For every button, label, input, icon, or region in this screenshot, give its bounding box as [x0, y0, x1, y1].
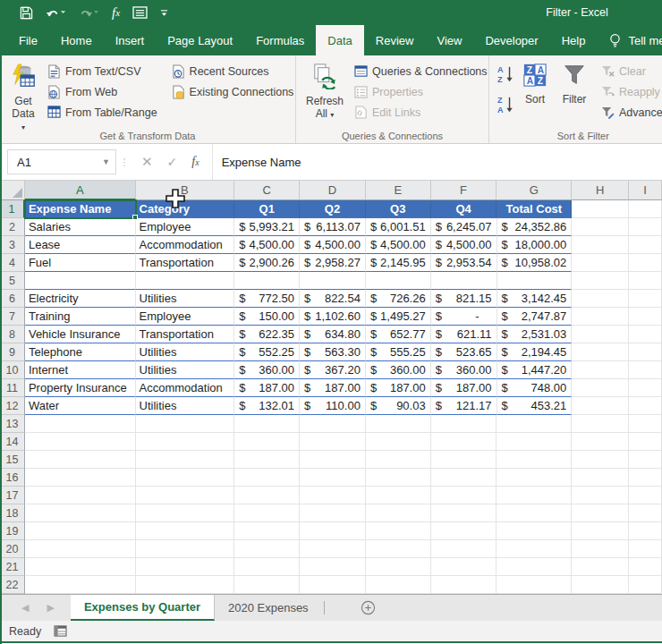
row-header-9[interactable]: 9: [0, 343, 25, 361]
column-header-B[interactable]: B: [136, 181, 235, 200]
cell-B6[interactable]: Utilities: [136, 290, 235, 308]
cell-C19[interactable]: [234, 522, 300, 540]
cell-E19[interactable]: [366, 522, 431, 540]
cell-I14[interactable]: [629, 433, 662, 451]
existing-connections-button[interactable]: Existing Connections: [169, 81, 297, 102]
cell-D12[interactable]: $110.00: [300, 397, 366, 415]
cell-D21[interactable]: [300, 558, 366, 576]
cell-G8[interactable]: $2,531.03: [497, 326, 573, 343]
ribbon-tab-developer[interactable]: Developer: [473, 25, 549, 55]
cell-B8[interactable]: Transportation: [136, 326, 235, 343]
cell-B4[interactable]: Transportation: [136, 254, 235, 272]
cell-I11[interactable]: [629, 379, 662, 397]
cell-D3[interactable]: $4,500.00: [300, 236, 366, 254]
cell-B5[interactable]: [136, 272, 235, 290]
cell-C16[interactable]: [234, 469, 300, 487]
cell-H4[interactable]: [572, 254, 629, 272]
cell-F9[interactable]: $523.65: [431, 343, 497, 361]
cell-H16[interactable]: [572, 469, 629, 487]
cell-E2[interactable]: $6,001.51: [366, 218, 431, 236]
cell-B19[interactable]: [136, 522, 235, 540]
advanced-filter-button[interactable]: Advanced: [598, 102, 662, 123]
cell-E3[interactable]: $4,500.00: [366, 236, 431, 254]
cell-B10[interactable]: Utilities: [136, 361, 235, 379]
cell-I22[interactable]: [629, 576, 662, 594]
row-header-2[interactable]: 2: [0, 218, 25, 236]
row-header-22[interactable]: 22: [0, 576, 25, 594]
cell-H22[interactable]: [572, 576, 629, 594]
cell-G9[interactable]: $2,194.45: [497, 343, 573, 361]
sort-descending-button[interactable]: ZA: [495, 93, 516, 116]
cell-F11[interactable]: $187.00: [431, 379, 497, 397]
cell-B17[interactable]: [136, 487, 235, 504]
cell-G15[interactable]: [496, 451, 572, 469]
row-header-5[interactable]: 5: [0, 272, 25, 290]
cell-H11[interactable]: [572, 379, 629, 397]
row-header-11[interactable]: 11: [0, 379, 25, 397]
column-header-H[interactable]: H: [572, 181, 629, 200]
refresh-all-button[interactable]: Refresh All ▾: [301, 59, 348, 122]
cell-F15[interactable]: [431, 451, 497, 469]
cell-F3[interactable]: $4,500.00: [431, 236, 497, 254]
cell-I12[interactable]: [629, 397, 662, 415]
cell-E11[interactable]: $187.00: [366, 379, 431, 397]
cell-F6[interactable]: $821.15: [431, 290, 497, 308]
column-header-A[interactable]: A: [25, 181, 136, 200]
cell-I18[interactable]: [629, 504, 662, 522]
column-header-D[interactable]: D: [300, 181, 366, 200]
cell-H20[interactable]: [572, 540, 629, 558]
cell-I2[interactable]: [629, 218, 662, 236]
select-all-corner[interactable]: [0, 181, 25, 200]
cell-G18[interactable]: [496, 504, 572, 522]
cell-G22[interactable]: [496, 576, 572, 594]
cell-D18[interactable]: [300, 504, 366, 522]
row-header-12[interactable]: 12: [0, 397, 25, 415]
cell-B2[interactable]: Employee: [136, 218, 235, 236]
cell-B14[interactable]: [136, 433, 235, 451]
cell-A15[interactable]: [25, 451, 136, 469]
cell-F8[interactable]: $621.11: [431, 326, 497, 343]
cell-E21[interactable]: [366, 558, 431, 576]
row-header-19[interactable]: 19: [0, 522, 25, 540]
cell-F1[interactable]: Q4: [431, 200, 497, 218]
cell-B1[interactable]: Category: [136, 200, 235, 218]
row-header-17[interactable]: 17: [0, 487, 25, 504]
cell-B3[interactable]: Accommodation: [136, 236, 235, 254]
ribbon-tab-view[interactable]: View: [425, 25, 473, 55]
name-box-dropdown-icon[interactable]: ▼: [102, 157, 110, 166]
ribbon-tab-home[interactable]: Home: [49, 25, 104, 55]
cell-C17[interactable]: [234, 487, 300, 504]
cell-E6[interactable]: $726.26: [366, 290, 431, 308]
cell-E15[interactable]: [366, 451, 431, 469]
cell-G21[interactable]: [496, 558, 572, 576]
cell-F18[interactable]: [431, 504, 497, 522]
ribbon-tab-insert[interactable]: Insert: [104, 25, 157, 55]
cell-G17[interactable]: [496, 487, 572, 504]
cell-D9[interactable]: $563.30: [300, 343, 366, 361]
cell-H17[interactable]: [572, 487, 629, 504]
cell-F4[interactable]: $2,953.54: [431, 254, 497, 272]
cell-D14[interactable]: [300, 433, 366, 451]
insert-function-icon[interactable]: fx: [112, 5, 120, 21]
cell-B18[interactable]: [136, 504, 235, 522]
cell-D4[interactable]: $2,958.27: [300, 254, 366, 272]
cell-A14[interactable]: [25, 433, 136, 451]
cell-E10[interactable]: $360.00: [366, 361, 431, 379]
row-header-6[interactable]: 6: [0, 290, 25, 308]
cell-E17[interactable]: [366, 487, 431, 504]
cell-G3[interactable]: $18,000.00: [497, 236, 573, 254]
cell-B21[interactable]: [136, 558, 235, 576]
cell-H5[interactable]: [572, 272, 629, 290]
cell-I19[interactable]: [629, 522, 662, 540]
column-header-F[interactable]: F: [431, 181, 497, 200]
from-table-range-button[interactable]: From Table/Range: [45, 102, 160, 123]
cell-H8[interactable]: [572, 326, 629, 343]
cell-C15[interactable]: [234, 451, 300, 469]
macro-record-icon[interactable]: [54, 625, 67, 637]
cell-C12[interactable]: $132.01: [234, 397, 300, 415]
cell-B20[interactable]: [136, 540, 235, 558]
function-icon[interactable]: fx: [191, 155, 199, 169]
formula-bar-splitter[interactable]: ⋮: [116, 144, 132, 180]
cell-E9[interactable]: $555.25: [366, 343, 431, 361]
cell-H14[interactable]: [572, 433, 629, 451]
